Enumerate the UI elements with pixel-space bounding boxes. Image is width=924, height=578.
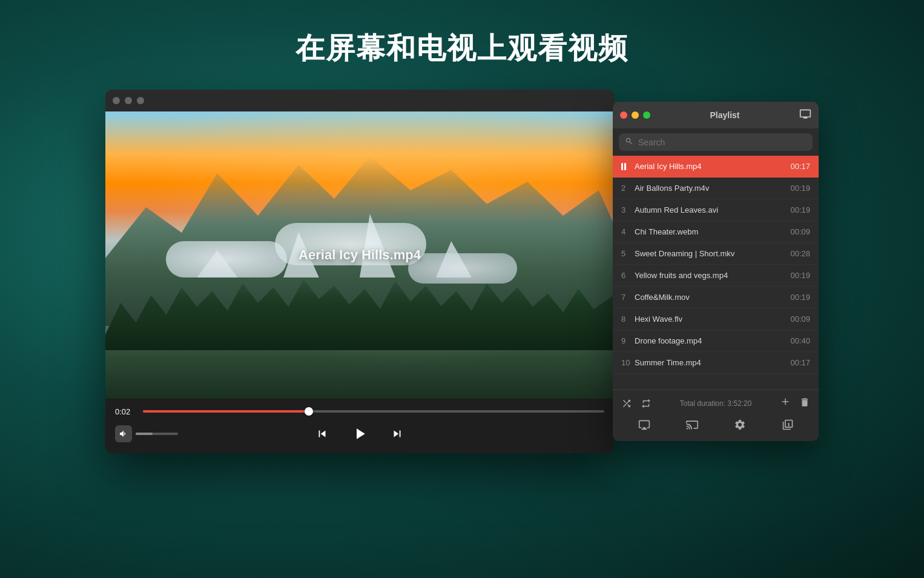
player-titlebar xyxy=(105,90,614,111)
total-duration: Total duration: 3:52:20 xyxy=(659,399,773,408)
list-item[interactable]: 3 Autumn Red Leaves.avi 00:19 xyxy=(613,199,819,221)
item-number: 5 xyxy=(621,249,635,258)
player-maximize-button[interactable] xyxy=(137,97,144,104)
controls-bar: 0:02 xyxy=(105,399,614,453)
item-duration: 00:19 xyxy=(790,293,810,302)
item-duration: 00:19 xyxy=(790,271,810,280)
play-button[interactable] xyxy=(348,422,371,445)
item-duration: 00:09 xyxy=(790,314,810,324)
current-time: 0:02 xyxy=(115,407,137,416)
play-icon xyxy=(351,425,369,443)
item-name: Chi Theater.webm xyxy=(635,227,785,236)
item-name: Coffe&Milk.mov xyxy=(635,293,785,302)
list-item[interactable]: 8 Hexi Wave.flv 00:09 xyxy=(613,308,819,330)
playlist-minimize-button[interactable] xyxy=(632,111,639,119)
item-duration: 00:17 xyxy=(790,358,810,367)
item-name: Sweet Dreaming | Short.mkv xyxy=(635,249,785,258)
list-item[interactable]: 9 Drone footage.mp4 00:40 xyxy=(613,330,819,352)
buttons-row xyxy=(115,422,604,445)
video-area[interactable]: Aerial Icy Hills.mp4 xyxy=(105,111,614,399)
add-icon xyxy=(780,396,791,407)
airplay-button[interactable] xyxy=(633,416,655,436)
list-item[interactable]: 5 Sweet Dreaming | Short.mkv 00:28 xyxy=(613,243,819,265)
footer-top-row: Total duration: 3:52:20 xyxy=(620,395,811,411)
volume-slider[interactable] xyxy=(136,433,178,435)
list-item[interactable]: 7 Coffe&Milk.mov 00:19 xyxy=(613,287,819,308)
settings-icon xyxy=(734,419,746,431)
shuffle-icon xyxy=(621,398,632,409)
airplay-icon xyxy=(638,419,650,431)
volume-button[interactable] xyxy=(115,425,132,442)
item-duration: 00:19 xyxy=(790,205,810,214)
player-close-button[interactable] xyxy=(113,97,120,104)
playlist-titlebar: Playlist xyxy=(613,102,819,128)
repeat-button[interactable] xyxy=(639,397,653,410)
list-item[interactable]: 4 Chi Theater.webm 00:09 xyxy=(613,221,819,243)
app-window-container: Aerial Icy Hills.mp4 0:02 xyxy=(105,90,819,453)
playlist-traffic-lights xyxy=(620,111,650,119)
playlist-items: Aerial Icy Hills.mp4 00:17 2 Air Ballons… xyxy=(613,156,819,390)
delete-button[interactable] xyxy=(798,396,811,411)
cloud-1 xyxy=(166,241,287,277)
settings-button[interactable] xyxy=(729,416,751,436)
search-row xyxy=(613,128,819,156)
next-icon xyxy=(391,427,404,440)
list-item[interactable]: 6 Yellow fruits and vegs.mp4 00:19 xyxy=(613,265,819,287)
item-name: Yellow fruits and vegs.mp4 xyxy=(635,271,785,280)
list-item[interactable]: Aerial Icy Hills.mp4 00:17 xyxy=(613,156,819,178)
playlist-close-button[interactable] xyxy=(620,111,627,119)
item-number: 7 xyxy=(621,293,635,302)
item-number: 2 xyxy=(621,184,635,193)
pause-bar-2 xyxy=(624,163,626,170)
cast-button[interactable] xyxy=(681,416,703,436)
item-duration: 00:09 xyxy=(790,227,810,236)
item-duration: 00:19 xyxy=(790,184,810,193)
cast-icon xyxy=(686,419,698,431)
item-duration: 00:40 xyxy=(790,336,810,345)
progress-row: 0:02 xyxy=(115,407,604,416)
prev-icon xyxy=(315,427,329,440)
playlist-title: Playlist xyxy=(710,110,739,120)
volume-area xyxy=(115,425,178,442)
repeat-icon xyxy=(641,398,652,409)
search-input[interactable] xyxy=(638,138,807,147)
prev-button[interactable] xyxy=(313,425,331,443)
next-button[interactable] xyxy=(388,425,406,443)
pause-bar-1 xyxy=(621,163,623,170)
item-name: Autumn Red Leaves.avi xyxy=(635,205,785,214)
playlist-screen-button[interactable] xyxy=(799,108,811,122)
playlist-footer: Total duration: 3:52:20 xyxy=(613,390,819,441)
progress-fill xyxy=(143,410,309,413)
queue-icon xyxy=(782,419,794,431)
item-number: 3 xyxy=(621,205,635,214)
progress-track[interactable] xyxy=(143,410,604,413)
pause-icon xyxy=(621,163,635,170)
screen-icon xyxy=(799,108,811,120)
item-duration: 00:17 xyxy=(790,162,810,171)
item-duration: 00:28 xyxy=(790,249,810,258)
shuffle-button[interactable] xyxy=(620,397,633,410)
search-box xyxy=(619,133,813,151)
player-minimize-button[interactable] xyxy=(125,97,132,104)
list-item[interactable]: 10 Summer Time.mp4 00:17 xyxy=(613,352,819,374)
page-title: 在屏幕和电视上观看视频 xyxy=(295,29,629,68)
item-number: 10 xyxy=(621,358,635,367)
item-name: Summer Time.mp4 xyxy=(635,358,785,367)
footer-bottom-row xyxy=(620,416,811,436)
player-traffic-lights xyxy=(113,97,144,104)
list-item[interactable]: 2 Air Ballons Party.m4v 00:19 xyxy=(613,178,819,199)
delete-icon xyxy=(799,397,810,408)
item-number: 4 xyxy=(621,227,635,236)
progress-thumb[interactable] xyxy=(305,407,313,416)
playlist-maximize-button[interactable] xyxy=(643,111,650,119)
search-icon xyxy=(625,137,633,147)
add-button[interactable] xyxy=(779,395,792,411)
volume-fill xyxy=(136,433,153,435)
cloud-3 xyxy=(408,253,517,284)
item-name: Aerial Icy Hills.mp4 xyxy=(635,162,785,171)
item-number: 9 xyxy=(621,336,635,345)
playlist-panel: Playlist xyxy=(613,102,819,441)
queue-button[interactable] xyxy=(777,416,799,436)
video-filename: Aerial Icy Hills.mp4 xyxy=(299,247,421,263)
search-magnifier-icon xyxy=(625,137,633,145)
